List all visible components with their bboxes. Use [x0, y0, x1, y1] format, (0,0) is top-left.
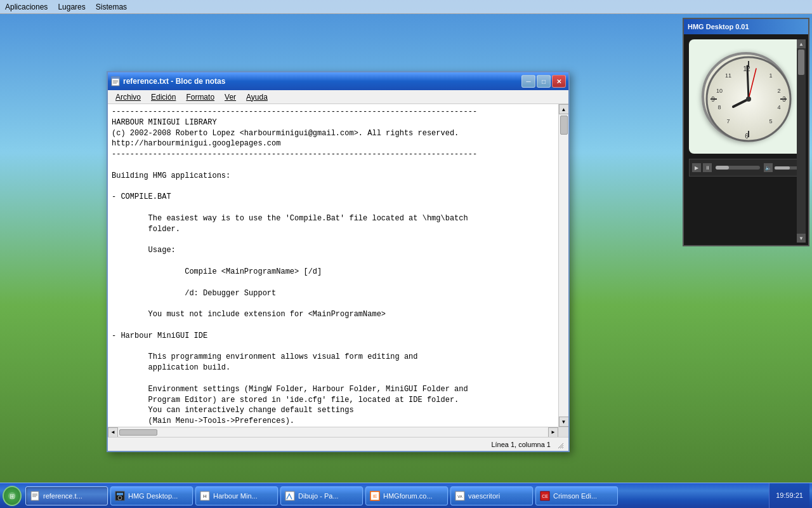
- taskbar-label-harbour: Harbour Min...: [213, 492, 258, 500]
- menu-ayuda[interactable]: Ayuda: [241, 91, 273, 103]
- svg-line-28: [562, 447, 563, 448]
- svg-text:6: 6: [745, 133, 749, 140]
- system-clock: 19:59:21: [776, 491, 803, 500]
- svg-rect-36: [117, 493, 123, 495]
- svg-point-20: [746, 97, 751, 102]
- status-text: Línea 1, columna 1: [491, 441, 551, 448]
- taskbar-label-hmgforum: HMGforum.co...: [383, 492, 433, 500]
- notepad-window: reference.txt - Bloc de notas ─ □ ✕ Arch…: [107, 71, 570, 452]
- menu-edicion[interactable]: Edición: [146, 91, 181, 103]
- taskbar-label-hmg: HMG Desktop...: [128, 492, 178, 500]
- taskbar-btn-vaescritori[interactable]: VA vaescritori: [450, 486, 533, 505]
- menu-formato[interactable]: Formato: [181, 91, 219, 103]
- svg-text:IE: IE: [373, 494, 377, 498]
- hmg-scroll-up[interactable]: ▲: [797, 39, 806, 48]
- hscroll-track[interactable]: [118, 427, 548, 437]
- svg-text:9: 9: [711, 96, 715, 103]
- clock-face: 12 6 9 3 1 2 4 5 7 8 10 11: [702, 52, 790, 141]
- svg-rect-22: [112, 77, 119, 79]
- media-pause-btn[interactable]: ⏸: [703, 163, 712, 172]
- svg-text:CE: CE: [542, 494, 548, 498]
- svg-text:5: 5: [769, 118, 772, 124]
- menu-archivo[interactable]: Archivo: [110, 91, 146, 103]
- taskbar: ⊞ reference.t... HMG Desktop...: [0, 483, 812, 508]
- taskbar-label-crimson: Crimson Edi...: [553, 492, 597, 500]
- hscroll-right-arrow[interactable]: ►: [548, 427, 558, 438]
- svg-text:10: 10: [716, 88, 723, 94]
- svg-text:2: 2: [777, 88, 780, 94]
- taskbar-btn-hmgforum[interactable]: IE HMGforum.co...: [365, 486, 448, 505]
- hmg-scroll-down[interactable]: ▼: [797, 234, 806, 243]
- notepad-content-area: ▲ ▼: [108, 104, 568, 427]
- hmg-clock-area: 12 6 9 3 1 2 4 5 7 8 10 11: [689, 39, 803, 154]
- svg-rect-31: [31, 491, 39, 500]
- notepad-title: reference.txt - Bloc de notas: [123, 77, 520, 86]
- menu-sistemas[interactable]: Sistemas: [96, 3, 127, 11]
- start-button[interactable]: ⊞: [3, 486, 22, 506]
- hscroll-corner: [558, 427, 568, 438]
- taskbar-btn-dibujo[interactable]: Dibujo - Pa...: [280, 486, 363, 505]
- vscroll-track[interactable]: [559, 136, 568, 417]
- hmg-scroll-thumb[interactable]: [798, 50, 804, 75]
- taskbar-btn-reference[interactable]: reference.t...: [25, 486, 108, 505]
- notepad-titlebar[interactable]: reference.txt - Bloc de notas ─ □ ✕: [108, 72, 568, 90]
- hmg-titlebar: HMG Desktop 0.01: [684, 19, 808, 34]
- taskbar-label-reference: reference.t...: [43, 492, 82, 500]
- notepad-horizontal-scrollbar[interactable]: ◄ ►: [108, 427, 568, 437]
- menu-lugares[interactable]: Lugares: [58, 3, 85, 11]
- svg-text:VA: VA: [457, 495, 462, 498]
- hmg-media-player: ▶ ⏸ 🔈: [689, 159, 803, 177]
- vscroll-up-arrow[interactable]: ▲: [559, 104, 569, 114]
- svg-text:8: 8: [717, 104, 721, 110]
- taskbar-btn-harbour[interactable]: H Harbour Min...: [195, 486, 278, 505]
- taskbar-label-vaescritori: vaescritori: [468, 492, 500, 500]
- menu-aplicaciones[interactable]: Aplicaciones: [5, 3, 48, 11]
- svg-line-18: [747, 66, 749, 99]
- notepad-menubar: Archivo Edición Formato Ver Ayuda: [108, 90, 568, 104]
- svg-text:4: 4: [777, 104, 780, 110]
- svg-text:1: 1: [769, 72, 772, 79]
- menu-ver[interactable]: Ver: [219, 91, 241, 103]
- hscroll-left-arrow[interactable]: ◄: [108, 427, 118, 438]
- maximize-button[interactable]: □: [537, 75, 551, 88]
- system-tray: 19:59:21: [769, 483, 809, 508]
- hmg-desktop-widget: HMG Desktop 0.01: [683, 18, 809, 246]
- notepad-textarea[interactable]: [108, 104, 558, 427]
- svg-text:3: 3: [782, 96, 786, 103]
- notepad-icon: [110, 76, 121, 86]
- svg-text:⊞: ⊞: [10, 493, 15, 500]
- hmg-scrollbar: ▲ ▼: [797, 39, 806, 243]
- media-play-btn[interactable]: ▶: [692, 163, 701, 172]
- media-vol-down[interactable]: 🔈: [764, 163, 773, 172]
- taskbar-btn-crimson[interactable]: CE Crimson Edi...: [535, 486, 618, 505]
- notepad-statusbar: Línea 1, columna 1: [108, 437, 568, 451]
- taskbar-btn-hmg[interactable]: HMG Desktop...: [110, 486, 193, 505]
- notepad-vertical-scrollbar[interactable]: ▲ ▼: [558, 104, 568, 427]
- hscroll-thumb[interactable]: [119, 429, 157, 436]
- svg-text:H: H: [203, 493, 207, 499]
- desktop: Aplicaciones Lugares Sistemas HMG Deskto…: [0, 0, 812, 508]
- svg-text:7: 7: [726, 118, 730, 124]
- resize-grip[interactable]: [556, 441, 563, 448]
- svg-text:11: 11: [725, 72, 731, 79]
- hmg-title-text: HMG Desktop 0.01: [688, 23, 749, 30]
- vscroll-down-arrow[interactable]: ▼: [559, 417, 569, 427]
- taskbar-label-dibujo: Dibujo - Pa...: [298, 492, 339, 500]
- minimize-button[interactable]: ─: [521, 75, 535, 88]
- vscroll-thumb[interactable]: [560, 116, 568, 135]
- close-button[interactable]: ✕: [552, 75, 566, 88]
- top-menubar: Aplicaciones Lugares Sistemas: [0, 0, 812, 14]
